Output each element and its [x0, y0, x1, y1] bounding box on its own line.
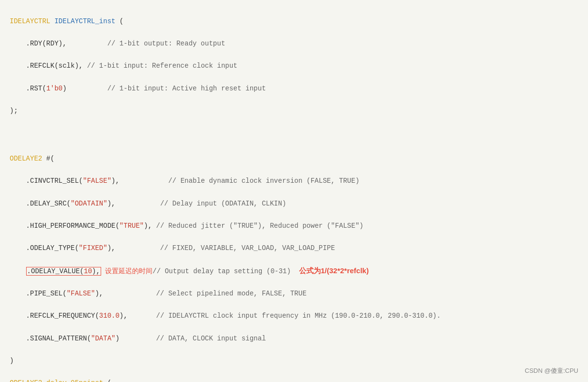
- special-line: .ODELAY_VALUE(10), 设置延迟的时间// Output dela…: [10, 265, 578, 277]
- code-editor-2: ODELAYE2 #( .CINVCTRL_SEL("FALSE"), // E…: [10, 142, 578, 382]
- comment: // 1-bit input: Active high reset input: [107, 85, 266, 92]
- comment: // 1-bit input: Reference clock input: [87, 62, 238, 70]
- watermark: CSDN @傻童:CPU: [525, 366, 578, 376]
- keyword-idelaycrtl: IDELAYCTRL: [10, 17, 50, 25]
- comment: // 1-bit output: Ready output: [107, 40, 226, 47]
- code-editor: IDELAYCTRL IDELAYCTRL_inst ( .RDY(RDY), …: [10, 5, 578, 128]
- annotation-formula: 公式为1/(32*2*refclk): [299, 266, 369, 275]
- keyword-odelaye2: ODELAYE2: [10, 155, 42, 162]
- box-outline: .ODELAY_VALUE(10),: [26, 267, 101, 276]
- annotation-chinese: 设置延迟的时间: [105, 267, 152, 275]
- separator1: [10, 128, 578, 142]
- inst-idelaycrtl: IDELAYCTRL_inst: [54, 17, 115, 25]
- keyword-odelaye2-inst: ODELAYE2_delay_05nsinst: [10, 379, 103, 382]
